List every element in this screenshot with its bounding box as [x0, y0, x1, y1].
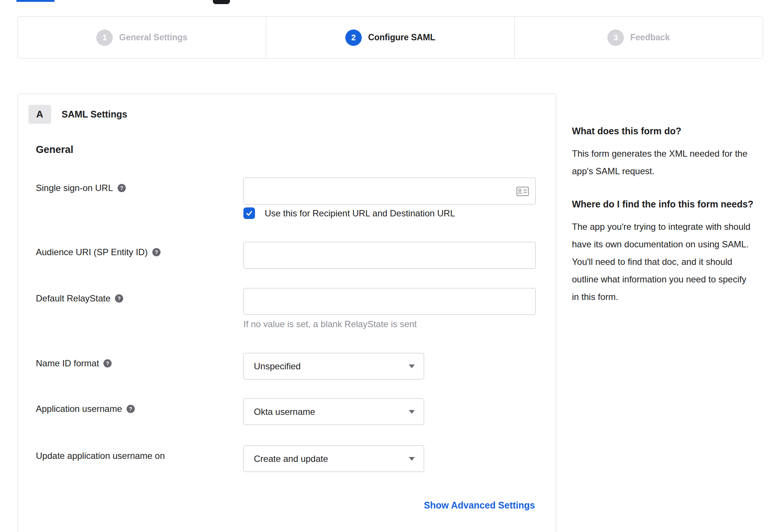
section-a-badge: A: [28, 105, 51, 124]
step-label: Configure SAML: [368, 32, 435, 43]
app-username-row: Application username ? Okta username: [36, 398, 424, 425]
section-title: SAML Settings: [62, 109, 127, 120]
nameid-help-icon[interactable]: ?: [103, 359, 112, 367]
sso-url-input[interactable]: [243, 178, 536, 204]
nameid-format-label-wrap: Name ID format ?: [36, 353, 243, 369]
nameid-format-label: Name ID format: [36, 358, 99, 369]
help-question-1: What does this form do?: [572, 122, 756, 140]
relaystate-hint: If no value is set, a blank RelayState i…: [243, 319, 417, 329]
step-general-settings[interactable]: 1 General Settings: [18, 17, 266, 58]
app-username-label: Application username: [36, 404, 122, 414]
relaystate-input-wrap: [243, 288, 536, 315]
update-username-row: Update application username on Create an…: [36, 445, 424, 472]
step-label: Feedback: [630, 32, 670, 43]
help-question-2: Where do I find the info this form needs…: [572, 195, 756, 213]
relaystate-input[interactable]: [243, 288, 536, 315]
relaystate-help-icon[interactable]: ?: [115, 294, 123, 303]
sso-url-row: Single sign-on URL ?: [36, 178, 536, 204]
app-username-value: Okta username: [254, 407, 315, 417]
chevron-down-icon: [409, 410, 415, 414]
app-username-label-wrap: Application username ?: [36, 398, 243, 414]
app-username-help-icon[interactable]: ?: [127, 405, 135, 413]
help-answer-2: The app you're trying to integrate with …: [572, 218, 756, 306]
update-username-label: Update application username on: [36, 451, 165, 461]
cropped-page-title-fragment: [213, 0, 230, 4]
wizard-stepper: 1 General Settings 2 Configure SAML 3 Fe…: [18, 16, 763, 59]
show-advanced-settings-link[interactable]: Show Advanced Settings: [424, 500, 535, 511]
audience-help-icon[interactable]: ?: [152, 248, 161, 256]
general-group-title: General: [36, 144, 74, 156]
saml-settings-panel: A SAML Settings General Single sign-on U…: [18, 94, 556, 532]
nameid-format-select[interactable]: Unspecified: [243, 353, 424, 379]
sso-url-label-wrap: Single sign-on URL ?: [36, 178, 243, 193]
sso-url-label: Single sign-on URL: [36, 183, 113, 193]
audience-uri-label: Audience URI (SP Entity ID): [36, 247, 148, 257]
checkmark-icon: [245, 209, 253, 217]
chevron-down-icon: [409, 457, 415, 461]
chevron-down-icon: [409, 364, 415, 368]
step-number-badge: 2: [345, 29, 362, 46]
step-number-badge: 3: [607, 29, 624, 46]
cropped-page-title-fragment: [16, 0, 55, 2]
recipient-url-checkbox-label: Use this for Recipient URL and Destinati…: [265, 208, 455, 219]
help-answer-1: This form generates the XML needed for t…: [572, 145, 756, 180]
update-username-label-wrap: Update application username on: [36, 445, 243, 461]
step-number-badge: 1: [96, 29, 113, 46]
relaystate-label-wrap: Default RelayState ?: [36, 288, 243, 304]
step-feedback[interactable]: 3 Feedback: [515, 17, 763, 58]
nameid-format-value: Unspecified: [254, 361, 301, 372]
update-username-select[interactable]: Create and update: [243, 445, 424, 472]
app-username-select[interactable]: Okta username: [243, 398, 424, 425]
nameid-format-row: Name ID format ? Unspecified: [36, 353, 424, 379]
update-username-value: Create and update: [254, 454, 328, 464]
step-label: General Settings: [119, 32, 187, 43]
audience-uri-label-wrap: Audience URI (SP Entity ID) ?: [36, 242, 243, 257]
page: 1 General Settings 2 Configure SAML 3 Fe…: [0, 0, 781, 532]
audience-uri-row: Audience URI (SP Entity ID) ?: [36, 242, 536, 269]
audience-uri-input-wrap: [243, 242, 536, 269]
audience-uri-input[interactable]: [243, 242, 536, 269]
step-configure-saml[interactable]: 2 Configure SAML: [266, 17, 514, 58]
help-sidebar: What does this form do? This form genera…: [572, 122, 756, 306]
relaystate-label: Default RelayState: [36, 293, 111, 304]
sso-help-icon[interactable]: ?: [118, 184, 126, 192]
recipient-url-checkbox[interactable]: [243, 207, 255, 219]
relaystate-row: Default RelayState ?: [36, 288, 536, 315]
recipient-url-row: Use this for Recipient URL and Destinati…: [243, 207, 455, 219]
sso-url-input-wrap: [243, 178, 536, 204]
